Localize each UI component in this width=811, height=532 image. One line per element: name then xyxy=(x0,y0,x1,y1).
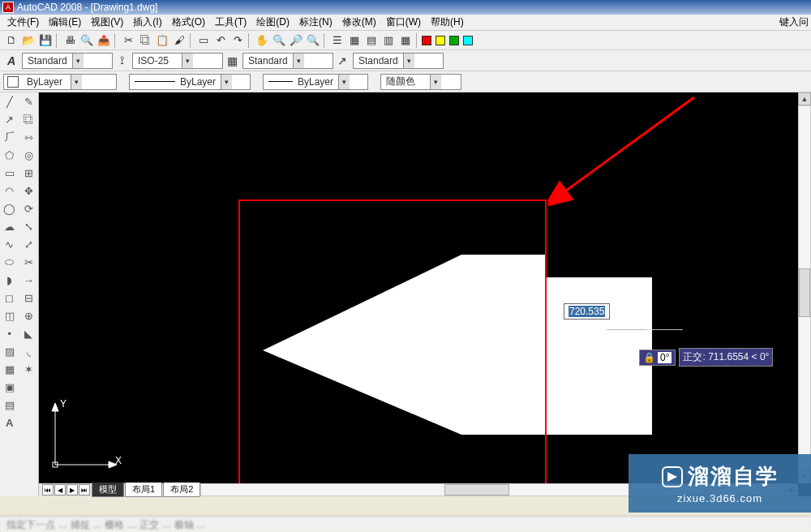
arc-icon[interactable]: ◠ xyxy=(0,182,19,200)
color-yellow-icon[interactable] xyxy=(436,36,445,45)
menu-view[interactable]: 视图(V) xyxy=(86,14,128,31)
props-icon[interactable]: ☰ xyxy=(329,32,345,49)
gradient-icon[interactable]: ▦ xyxy=(0,360,19,378)
tab-next-icon[interactable]: ▶ xyxy=(67,484,78,496)
region-icon[interactable]: ▣ xyxy=(0,378,19,396)
stretch-icon[interactable]: ⤢ xyxy=(19,235,39,253)
offset-icon[interactable]: ◎ xyxy=(19,146,39,164)
rotate-icon[interactable]: ⟳ xyxy=(19,200,39,217)
publish-icon[interactable]: 📤 xyxy=(96,32,112,49)
linetype-dropdown[interactable]: ByLayer ▾ xyxy=(129,74,251,90)
angle-lock-box[interactable]: 🔒 0° xyxy=(639,350,676,366)
chamfer-icon[interactable]: ◣ xyxy=(19,324,39,342)
mleaderstyle-icon[interactable]: ↗ xyxy=(334,53,350,69)
mtext-icon[interactable]: A xyxy=(0,414,19,431)
explode-icon[interactable]: ✶ xyxy=(19,360,39,378)
menu-help[interactable]: 帮助(H) xyxy=(426,14,469,31)
dimstyle-dropdown[interactable]: ISO-25 ▾ xyxy=(132,53,223,69)
color-green-icon[interactable] xyxy=(449,36,459,45)
join-icon[interactable]: ⊕ xyxy=(19,307,39,324)
color-dropdown[interactable]: ByLayer ▾ xyxy=(3,74,117,90)
color-red-icon[interactable] xyxy=(422,36,431,45)
textstyle-dropdown[interactable]: Standard ▾ xyxy=(22,53,113,69)
revcloud-icon[interactable]: ☁ xyxy=(0,217,19,235)
tablestyle-dropdown[interactable]: Standard ▾ xyxy=(242,53,333,69)
menu-dim[interactable]: 标注(N) xyxy=(294,14,337,31)
new-icon[interactable]: 🗋 xyxy=(3,32,19,49)
preview-icon[interactable]: 🔍 xyxy=(79,32,95,49)
copy-icon[interactable]: ⿻ xyxy=(137,32,153,49)
scrollbar-vertical[interactable]: ▲ ▼ xyxy=(798,92,811,483)
paste-icon[interactable]: 📋 xyxy=(154,32,170,49)
tab-model[interactable]: 模型 xyxy=(92,483,124,497)
menu-insert[interactable]: 插入(I) xyxy=(128,14,166,31)
zoomprev-icon[interactable]: 🔍 xyxy=(305,32,321,49)
menu-edit[interactable]: 编辑(E) xyxy=(44,14,86,31)
mirror-icon[interactable]: ⇿ xyxy=(19,128,39,146)
scroll-up-icon[interactable]: ▲ xyxy=(798,92,811,105)
toolpal-icon[interactable]: ▤ xyxy=(363,32,380,49)
scale-icon[interactable]: ⤡ xyxy=(19,217,39,235)
pline-icon[interactable]: ⺁ xyxy=(0,128,19,146)
tab-layout2[interactable]: 布局2 xyxy=(163,483,200,497)
dimstyle-icon[interactable]: ⟟ xyxy=(114,53,130,69)
table-icon[interactable]: ▤ xyxy=(0,396,19,414)
menu-tools[interactable]: 工具(T) xyxy=(210,14,251,31)
dc-icon[interactable]: ▦ xyxy=(346,32,363,49)
plotstyle-dropdown[interactable]: 随颜色 ▾ xyxy=(380,74,461,90)
ellipse-icon[interactable]: ⬭ xyxy=(0,253,19,271)
move-icon[interactable]: ✥ xyxy=(19,182,39,200)
textstyle-label: Standard xyxy=(23,55,72,66)
zoomwin-icon[interactable]: 🔎 xyxy=(288,32,304,49)
cut-icon[interactable]: ✂ xyxy=(120,32,136,49)
mleaderstyle-dropdown[interactable]: Standard ▾ xyxy=(353,53,444,69)
menu-draw[interactable]: 绘图(D) xyxy=(251,14,294,31)
zoomrt-icon[interactable]: 🔍 xyxy=(271,32,287,49)
menu-quickhelp[interactable]: 键入问 xyxy=(779,15,809,29)
calc-icon[interactable]: ▦ xyxy=(397,32,414,49)
tablestyle-icon[interactable]: ▦ xyxy=(224,53,240,69)
hatch-icon[interactable]: ▨ xyxy=(0,342,19,360)
menu-modify[interactable]: 修改(M) xyxy=(337,14,381,31)
lineweight-dropdown[interactable]: ByLayer ▾ xyxy=(263,74,368,90)
redo-icon[interactable]: ↷ xyxy=(230,32,246,49)
array-icon[interactable]: ⊞ xyxy=(19,164,39,182)
dynamic-input-distance[interactable]: 720.535 xyxy=(564,303,610,320)
circle-icon[interactable]: ◯ xyxy=(0,200,19,217)
undo-icon[interactable]: ↶ xyxy=(212,32,229,49)
tab-last-icon[interactable]: ⏭ xyxy=(79,484,90,496)
textstyle-icon[interactable]: A xyxy=(3,53,19,69)
line-icon[interactable]: ╱ xyxy=(0,92,19,110)
xline-icon[interactable]: ↗ xyxy=(0,110,19,128)
menu-file[interactable]: 文件(F) xyxy=(2,14,44,31)
menu-format[interactable]: 格式(O) xyxy=(167,14,210,31)
menu-window[interactable]: 窗口(W) xyxy=(381,14,426,31)
matchprop-icon[interactable]: 🖌 xyxy=(171,32,187,49)
extend-icon[interactable]: → xyxy=(19,271,39,289)
ellipsearc-icon[interactable]: ◗ xyxy=(0,271,19,289)
print-icon[interactable]: 🖶 xyxy=(62,32,78,49)
makeblock-icon[interactable]: ◫ xyxy=(0,307,19,324)
tab-prev-icon[interactable]: ◀ xyxy=(54,484,66,496)
polygon-icon[interactable]: ⬠ xyxy=(0,146,19,164)
spline-icon[interactable]: ∿ xyxy=(0,235,19,253)
erase-icon[interactable]: ✎ xyxy=(19,92,39,110)
draw-modify-toolbar: ╱✎ ↗⿻ ⺁⇿ ⬠◎ ▭⊞ ◠✥ ◯⟳ ☁⤡ ∿⤢ ⬭✂ ◗→ ◻⊟ ◫⊕ •… xyxy=(0,92,39,496)
trim-icon[interactable]: ✂ xyxy=(19,253,39,271)
ssm-icon[interactable]: ▥ xyxy=(380,32,397,49)
block-icon[interactable]: ▭ xyxy=(195,32,212,49)
rectangle-icon[interactable]: ▭ xyxy=(0,164,19,182)
fillet-icon[interactable]: ◟ xyxy=(19,342,39,360)
tab-layout1[interactable]: 布局1 xyxy=(125,483,162,497)
break-icon[interactable]: ⊟ xyxy=(19,289,39,307)
open-icon[interactable]: 📂 xyxy=(20,32,36,49)
copy2-icon[interactable]: ⿻ xyxy=(19,110,39,128)
color-cyan-icon[interactable] xyxy=(463,36,473,45)
point-icon[interactable]: • xyxy=(0,324,19,342)
save-icon[interactable]: 💾 xyxy=(37,32,54,49)
chevron-down-icon: ▾ xyxy=(338,75,350,89)
insertblock-icon[interactable]: ◻ xyxy=(0,289,19,307)
pan-icon[interactable]: ✋ xyxy=(254,32,270,49)
drawing-canvas[interactable]: 720.535 🔒 0° 正交: 711.6554 < 0° xyxy=(39,92,798,483)
tab-first-icon[interactable]: ⏮ xyxy=(42,484,54,496)
